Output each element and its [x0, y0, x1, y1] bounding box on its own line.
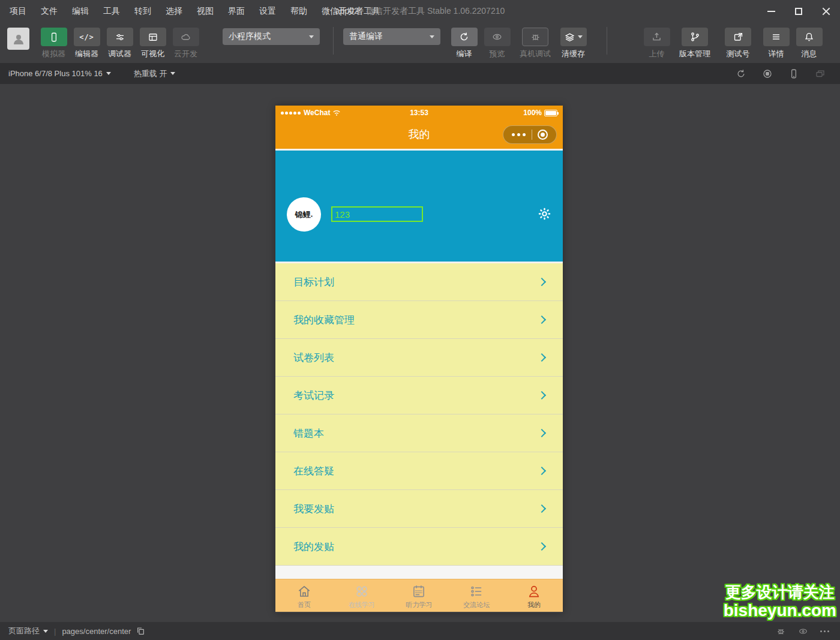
menu-project[interactable]: 项目 [2, 0, 34, 22]
maximize-button[interactable] [785, 0, 812, 22]
menu-settings[interactable]: 设置 [252, 0, 283, 22]
notepad-icon [411, 584, 427, 599]
tab-listening[interactable]: 听力学习 [391, 579, 448, 612]
close-button[interactable] [812, 0, 840, 22]
details-button[interactable]: 详情 [760, 22, 793, 59]
home-icon [296, 584, 312, 599]
row-favorites[interactable]: 我的收藏管理 [275, 301, 563, 339]
bell-icon [803, 31, 815, 43]
page-path-dropdown[interactable]: 页面路径 [8, 626, 48, 636]
clear-cache-button[interactable]: 清缓存 [557, 22, 590, 59]
test-account-label: 测试号 [727, 49, 750, 59]
tab-forum[interactable]: 交流论坛 [448, 579, 505, 612]
footer-divider: | [54, 627, 56, 636]
panel-simulator[interactable]: 模拟器 [37, 22, 70, 59]
page-path-value: pages/center/center [62, 627, 131, 636]
row-online-qa[interactable]: 在线答疑 [275, 452, 563, 490]
float-window-icon[interactable] [815, 68, 826, 79]
panel-editor-label: 编辑器 [75, 49, 98, 59]
chevron-right-icon [538, 467, 546, 475]
user-avatar[interactable] [7, 28, 29, 50]
menu-file[interactable]: 文件 [34, 0, 65, 22]
minimize-circle-icon[interactable] [538, 130, 548, 140]
menu-view[interactable]: 视图 [190, 0, 221, 22]
chevron-down-icon [309, 35, 314, 38]
rotate-refresh-icon[interactable] [736, 68, 746, 79]
tab-home[interactable]: 首页 [275, 579, 333, 612]
tab-mine-label: 我的 [527, 600, 541, 609]
tab-bar: 首页 在线学习 听力学习 交流论坛 我的 [275, 579, 563, 612]
panel-editor[interactable]: </> 编辑器 [70, 22, 103, 59]
panel-visual[interactable]: 可视化 [136, 22, 169, 59]
record-stop-icon[interactable] [762, 68, 773, 79]
debug-bug-icon[interactable] [776, 626, 786, 636]
more-options-icon[interactable] [820, 630, 829, 632]
preview-button[interactable]: 预览 [481, 22, 514, 59]
chevron-down-icon [430, 35, 434, 38]
window-controls [757, 0, 840, 22]
copy-icon[interactable] [136, 626, 145, 636]
clock-label: 13:53 [410, 109, 428, 117]
clear-cache-label: 清缓存 [562, 49, 585, 59]
upload-button[interactable]: 上传 [640, 22, 673, 59]
nickname-input[interactable] [331, 206, 423, 222]
row-my-posts[interactable]: 我的发贴 [275, 528, 563, 566]
gear-icon[interactable] [538, 207, 551, 221]
compile-mode-dropdown[interactable]: 普通编译 [343, 28, 440, 45]
messages-label: 消息 [802, 49, 817, 59]
simulator-phone: WeChat 13:53 100% 我的 锦鲤. 目标 [275, 106, 563, 613]
row-exam-papers[interactable]: 试卷列表 [275, 339, 563, 377]
eye-icon[interactable] [798, 626, 808, 636]
tab-mine[interactable]: 我的 [505, 579, 563, 612]
status-bar: WeChat 13:53 100% [275, 106, 563, 120]
row-label: 目标计划 [293, 275, 334, 289]
chevron-down-icon [43, 630, 48, 633]
menu-bar: 项目 文件 编辑 工具 转到 选择 视图 界面 设置 帮助 微信开发者工具 ap… [0, 0, 840, 22]
device-bar: iPhone 6/7/8 Plus 101% 16 热重载 开 [0, 63, 840, 84]
chevron-down-icon [170, 72, 175, 75]
row-wrong-answers[interactable]: 错题本 [275, 414, 563, 452]
panel-debugger[interactable]: 调试器 [103, 22, 136, 59]
chevron-right-icon [538, 316, 546, 324]
version-control-button[interactable]: 版本管理 [673, 22, 716, 59]
device-debug-button[interactable]: 真机调试 [514, 22, 557, 59]
menu-goto[interactable]: 转到 [127, 0, 158, 22]
battery-icon [544, 110, 557, 116]
menu-edit[interactable]: 编辑 [65, 0, 96, 22]
device-bar-icons [736, 68, 832, 79]
watermark-line2: bisheyun.com [724, 601, 836, 620]
layout-icon [148, 32, 158, 43]
cloud-icon [181, 32, 191, 43]
avatar-text: 锦鲤. [295, 209, 313, 220]
menu-select[interactable]: 选择 [158, 0, 190, 22]
menu-tools[interactable]: 工具 [96, 0, 127, 22]
phone-frame-icon[interactable] [788, 68, 799, 79]
row-new-post[interactable]: 我要发贴 [275, 490, 563, 528]
mode-dropdown[interactable]: 小程序模式 [223, 28, 320, 45]
chevron-right-icon [538, 278, 546, 286]
compile-button[interactable]: 编译 [448, 22, 481, 59]
hamburger-icon [770, 31, 782, 43]
row-target-plan[interactable]: 目标计划 [275, 263, 563, 301]
watermark-line1: 更多设计请关注 [724, 584, 836, 601]
minimize-button[interactable] [757, 0, 785, 22]
tab-online-study[interactable]: 在线学习 [333, 579, 391, 612]
menu-help[interactable]: 帮助 [283, 0, 314, 22]
external-link-icon [733, 31, 744, 43]
panel-visual-label: 可视化 [141, 49, 164, 59]
row-exam-records[interactable]: 考试记录 [275, 377, 563, 414]
details-label: 详情 [769, 49, 784, 59]
messages-button[interactable]: 消息 [793, 22, 826, 59]
project-name: app02 [335, 6, 359, 16]
mode-dropdown-value: 小程序模式 [229, 31, 271, 42]
hot-reload-toggle[interactable]: 热重载 开 [134, 68, 176, 79]
menu-interface[interactable]: 界面 [221, 0, 252, 22]
avatar[interactable]: 锦鲤. [286, 197, 322, 232]
device-selector[interactable]: iPhone 6/7/8 Plus 101% 16 [8, 69, 111, 78]
test-account-button[interactable]: 测试号 [716, 22, 760, 59]
panel-cloud[interactable]: 云开发 [169, 22, 202, 59]
wifi-icon [332, 109, 341, 116]
more-dots-icon[interactable] [512, 133, 526, 136]
preview-label: 预览 [490, 49, 505, 59]
panel-simulator-label: 模拟器 [42, 49, 65, 59]
